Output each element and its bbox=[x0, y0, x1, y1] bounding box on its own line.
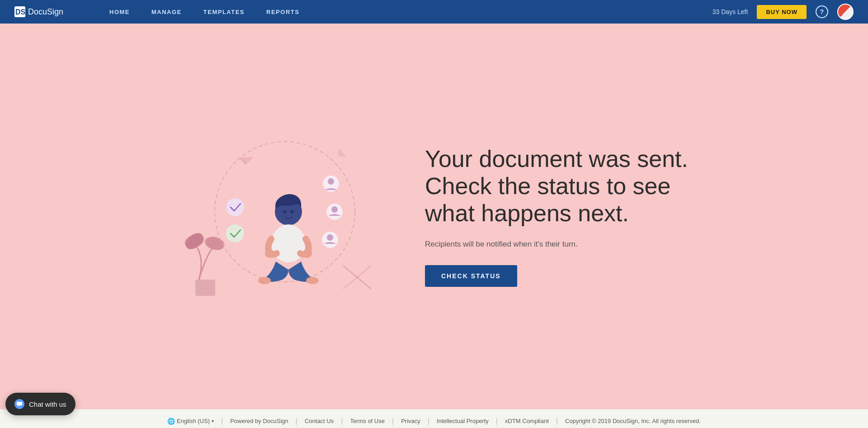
chat-widget[interactable]: Chat with us bbox=[5, 393, 75, 415]
check-status-button[interactable]: CHECK STATUS bbox=[425, 265, 517, 287]
text-area: Your document was sent. Check the status… bbox=[425, 146, 696, 286]
svg-point-20 bbox=[226, 224, 244, 243]
svg-point-13 bbox=[258, 277, 271, 284]
nav-manage[interactable]: MANAGE bbox=[151, 9, 182, 15]
globe-icon: 🌐 bbox=[167, 418, 175, 425]
nav-home[interactable]: HOME bbox=[109, 9, 130, 15]
navbar-right: 33 Days Left BUY NOW ? bbox=[712, 4, 854, 20]
chat-label: Chat with us bbox=[29, 400, 66, 408]
navbar: DS DocuSign HOME MANAGE TEMPLATES REPORT… bbox=[0, 0, 868, 24]
svg-point-19 bbox=[226, 198, 244, 216]
svg-point-18 bbox=[290, 210, 294, 214]
svg-marker-10 bbox=[335, 148, 349, 160]
svg-point-26 bbox=[327, 234, 333, 241]
footer-xdtm[interactable]: xDTM Compliant bbox=[498, 418, 556, 424]
footer-privacy[interactable]: Privacy bbox=[394, 418, 428, 424]
svg-point-17 bbox=[283, 210, 287, 214]
main-nav: HOME MANAGE TEMPLATES REPORTS bbox=[109, 9, 299, 15]
chevron-down-icon: ▾ bbox=[212, 418, 214, 423]
avatar[interactable] bbox=[837, 4, 854, 20]
footer-ip[interactable]: Intellectual Property bbox=[429, 418, 496, 424]
main-heading: Your document was sent. Check the status… bbox=[425, 146, 696, 227]
buy-now-button[interactable]: BUY NOW bbox=[757, 5, 807, 19]
docusign-logo[interactable]: DS DocuSign bbox=[14, 5, 73, 19]
footer-contact[interactable]: Contact Us bbox=[297, 418, 341, 424]
svg-point-22 bbox=[328, 178, 334, 185]
svg-text:DS: DS bbox=[15, 8, 26, 16]
svg-rect-3 bbox=[195, 280, 215, 296]
sub-text: Recipients will be notified when it's th… bbox=[425, 240, 696, 249]
footer-language-selector[interactable]: 🌐 English (US) ▾ bbox=[160, 418, 221, 425]
svg-point-16 bbox=[303, 249, 312, 258]
nav-templates[interactable]: TEMPLATES bbox=[203, 9, 245, 15]
footer-copyright: Copyright © 2019 DocuSign, Inc. All righ… bbox=[558, 418, 708, 424]
svg-point-24 bbox=[331, 206, 338, 213]
chat-bubble-icon bbox=[14, 399, 24, 409]
svg-point-15 bbox=[265, 249, 274, 258]
language-label: English (US) bbox=[177, 418, 210, 424]
nav-reports[interactable]: REPORTS bbox=[266, 9, 299, 15]
svg-text:DocuSign: DocuSign bbox=[28, 7, 63, 16]
footer-terms[interactable]: Terms of Use bbox=[343, 418, 392, 424]
svg-point-14 bbox=[306, 277, 319, 284]
help-icon[interactable]: ? bbox=[816, 5, 828, 18]
footer-powered-by: Powered by DocuSign bbox=[223, 418, 296, 424]
illustration-area bbox=[172, 112, 389, 320]
svg-marker-8 bbox=[240, 153, 255, 166]
trial-days-left: 33 Days Left bbox=[712, 8, 748, 15]
main-content: Your document was sent. Check the status… bbox=[0, 24, 868, 409]
content-wrapper: Your document was sent. Check the status… bbox=[163, 112, 705, 320]
footer: 🌐 English (US) ▾ | Powered by DocuSign |… bbox=[0, 409, 868, 428]
